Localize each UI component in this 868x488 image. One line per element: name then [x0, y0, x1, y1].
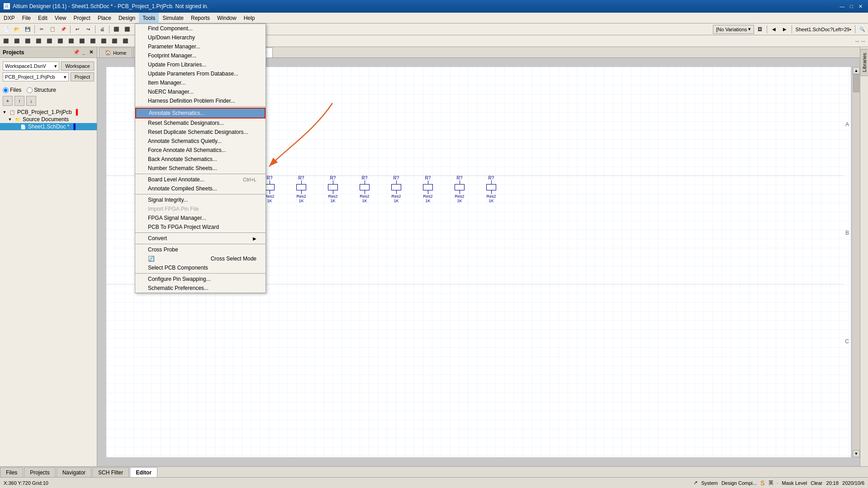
tb-r2[interactable]: ▶ [780, 24, 790, 34]
resistor-r6[interactable]: R? Res2 1K [423, 175, 433, 203]
radio-files[interactable]: Files [3, 87, 21, 93]
panel-close[interactable]: ✕ [88, 49, 94, 55]
tb-img[interactable]: 🖼 [755, 24, 765, 34]
menu-cross-select[interactable]: 🔄 Cross Select Mode [135, 254, 266, 263]
panel-minimize[interactable]: _ [81, 49, 87, 55]
menu-board-level[interactable]: Board Level Annotate... Ctrl+L [135, 175, 266, 184]
menu-harness-definition[interactable]: Harness Definition Problem Finder... [135, 96, 266, 105]
libraries-tab[interactable]: Libraries [860, 49, 868, 76]
tab-editor[interactable]: Editor [130, 467, 157, 477]
menu-place[interactable]: Place [94, 13, 115, 24]
menu-reset-duplicate[interactable]: Reset Duplicate Schematic Designators... [135, 128, 266, 137]
menu-find-component[interactable]: Find Component... [135, 24, 266, 33]
tree-btn-down[interactable]: ↓ [26, 96, 36, 106]
menu-annotate-quietly[interactable]: Annotate Schematics Quietly... [135, 137, 266, 146]
vertical-scrollbar[interactable]: ▲ ▼ [853, 67, 860, 457]
menu-tools[interactable]: Tools [139, 13, 159, 24]
menu-dxp[interactable]: DXP [0, 13, 19, 24]
resistor-r5[interactable]: R? Res2 1K [391, 175, 401, 203]
resistor-r4[interactable]: R? Res2 1K [360, 175, 370, 203]
tb-redo[interactable]: ↪ [83, 24, 93, 34]
menu-up-down-hierarchy[interactable]: Up/Down Hierarchy [135, 33, 266, 42]
close-btn[interactable]: ✕ [856, 2, 864, 10]
project-dropdown[interactable]: PCB_Project_1.PrjPcb ▾ [3, 72, 69, 81]
mask-level-label[interactable]: Mask Level [782, 480, 807, 486]
tb2-5[interactable]: ⬛ [44, 36, 54, 46]
menu-update-parameters[interactable]: Update Parameters From Database... [135, 69, 266, 78]
resistor-r8[interactable]: R? Res2 1K [486, 175, 496, 203]
tb2-10[interactable]: ⬛ [99, 36, 109, 46]
tree-item-project[interactable]: ▼ 📋 PCB_Project_1.PrjPcb ▐ [0, 109, 97, 116]
tab-sch-filter[interactable]: SCH Filter [92, 467, 129, 477]
resistor-r7[interactable]: R? Res2 1K [455, 175, 465, 203]
menu-footprint-manager[interactable]: Footprint Manager... [135, 51, 266, 60]
radio-structure[interactable]: Structure [27, 87, 56, 93]
menu-parameter-manager[interactable]: Parameter Manager... [135, 42, 266, 51]
project-button[interactable]: Project [71, 72, 94, 81]
scroll-down-btn[interactable]: ▼ [853, 450, 860, 457]
tb-cut[interactable]: ✂ [37, 24, 47, 34]
menu-annotate-compiled[interactable]: Annotate Compiled Sheets... [135, 184, 266, 193]
tb-paste[interactable]: 📌 [58, 24, 68, 34]
menu-simulate[interactable]: Simulate [159, 13, 187, 24]
menu-reports[interactable]: Reports [187, 13, 213, 24]
resistor-r1[interactable]: R? Res2 1K [265, 175, 275, 203]
workspace-button[interactable]: Workspace [61, 62, 94, 71]
tb-new[interactable]: 📄 [1, 24, 11, 34]
menu-schematic-prefs[interactable]: Schematic Preferences... [135, 284, 266, 293]
menu-edit[interactable]: Edit [34, 13, 51, 24]
resistor-r2[interactable]: R? Res2 1K [296, 175, 306, 203]
tb2-12[interactable]: ⬛ [120, 36, 130, 46]
tb2-9[interactable]: ⬛ [88, 36, 98, 46]
tree-btn-up[interactable]: ↑ [14, 96, 24, 106]
tb2-8[interactable]: ⬛ [77, 36, 87, 46]
tab-files[interactable]: Files [0, 467, 23, 477]
tb-b1[interactable]: ⬛ [111, 24, 121, 34]
tb-save[interactable]: 💾 [23, 24, 33, 34]
menu-convert[interactable]: Convert ▶ [135, 234, 266, 243]
maximize-btn[interactable]: □ [847, 2, 855, 10]
tb2-7[interactable]: ⬛ [66, 36, 76, 46]
menu-view[interactable]: View [51, 13, 70, 24]
menu-annotate-schematics[interactable]: Annotate Schematics... [135, 108, 266, 118]
tb2-1[interactable]: ⬛ [1, 36, 11, 46]
tb2-4[interactable]: ⬛ [33, 36, 43, 46]
menu-force-annotate[interactable]: Force Annotate All Schematics... [135, 146, 266, 155]
resistor-r3[interactable]: R? Res2 1K [328, 175, 338, 203]
workspace-dropdown[interactable]: Workspace1.DsnV ▾ [3, 62, 59, 71]
tab-home[interactable]: 🏠 Home [99, 47, 132, 57]
menu-reset-schematic[interactable]: Reset Schematic Designators... [135, 118, 266, 128]
menu-item-manager[interactable]: Item Manager... [135, 78, 266, 87]
menu-fpga-signal[interactable]: FPGA Signal Manager... [135, 213, 266, 223]
menu-help[interactable]: Help [240, 13, 259, 24]
menu-update-libraries[interactable]: Update From Libraries... [135, 60, 266, 69]
tb-copy[interactable]: 📋 [47, 24, 57, 34]
tb-b2[interactable]: ⬛ [122, 24, 132, 34]
tb2-3[interactable]: ⬛ [23, 36, 33, 46]
scroll-thumb[interactable] [853, 74, 859, 92]
menu-back-annotate[interactable]: Back Annotate Schematics... [135, 155, 266, 164]
scroll-track[interactable] [853, 74, 860, 450]
tb-undo[interactable]: ↩ [72, 24, 82, 34]
menu-number-sheets[interactable]: Number Schematic Sheets... [135, 164, 266, 173]
tb2-11[interactable]: ⬛ [109, 36, 119, 46]
menu-cross-probe[interactable]: Cross Probe [135, 245, 266, 254]
menu-pcb-to-fpga[interactable]: PCB To FPGA Project Wizard [135, 223, 266, 232]
clear-btn[interactable]: Clear [811, 480, 822, 486]
menu-signal-integrity[interactable]: Signal Integrity... [135, 195, 266, 204]
minimize-btn[interactable]: — [838, 2, 846, 10]
menu-file[interactable]: File [19, 13, 34, 24]
tb2-2[interactable]: ⬛ [12, 36, 22, 46]
tb2-6[interactable]: ⬛ [55, 36, 65, 46]
tree-item-sheet[interactable]: 📄 Sheet1.SchDoc * ▐ [0, 123, 97, 130]
panel-pin[interactable]: 📌 [73, 49, 80, 55]
menu-configure-pin[interactable]: Configure Pin Swapping... [135, 275, 266, 284]
menu-noerc-manager[interactable]: NoERC Manager... [135, 87, 266, 96]
tb-r1[interactable]: ◀ [769, 24, 779, 34]
menu-project[interactable]: Project [70, 13, 94, 24]
scroll-up-btn[interactable]: ▲ [853, 67, 860, 74]
menu-window[interactable]: Window [213, 13, 240, 24]
menu-design[interactable]: Design [115, 13, 139, 24]
tb-print[interactable]: 🖨 [97, 24, 107, 34]
tree-btn-add[interactable]: + [3, 96, 13, 106]
